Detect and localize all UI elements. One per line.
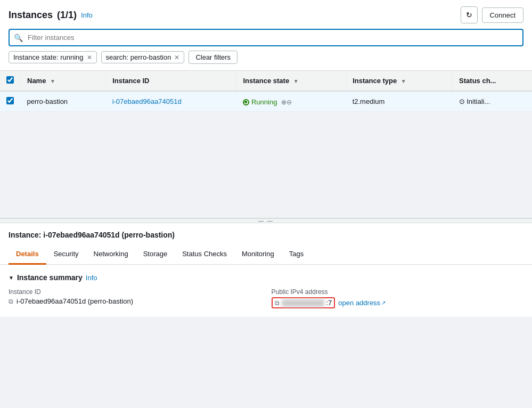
refresh-icon: ↻ (466, 11, 472, 19)
public-ip-label: Public IPv4 address (272, 288, 524, 296)
select-all-checkbox[interactable] (6, 76, 14, 84)
name-sort-icon: ▼ (50, 78, 55, 84)
instance-id-detail-value: i-07ebaed96aa74051d (perro-bastion) (17, 297, 133, 305)
tab-storage[interactable]: Storage (136, 244, 175, 265)
section-info-link[interactable]: Info (86, 274, 97, 282)
col-name: Name ▼ (21, 71, 106, 91)
filter-tag-search-remove[interactable]: ✕ (174, 54, 179, 61)
zoom-icons: ⊕⊖ (281, 99, 292, 106)
instance-id-label: Instance ID (9, 288, 261, 296)
search-icon: 🔍 (14, 34, 23, 42)
tab-security[interactable]: Security (46, 244, 86, 265)
instance-count: (1/1) (57, 10, 77, 21)
col-status-check: Status ch... (453, 71, 532, 91)
connect-button[interactable]: Connect (482, 7, 523, 23)
page-title: Instances (9, 10, 53, 21)
tab-networking[interactable]: Networking (86, 244, 136, 265)
tab-status-checks[interactable]: Status Checks (175, 244, 234, 265)
instance-id-link[interactable]: i-07ebaed96aa74051d (112, 97, 182, 105)
open-address-link[interactable]: open address ↗ (338, 299, 386, 307)
clear-filters-button[interactable]: Clear filters (189, 51, 238, 64)
row-checkbox[interactable] (6, 97, 14, 104)
cell-status-check: ⊙ Initiali... (453, 91, 532, 112)
copy-ip-icon[interactable]: ⧉ (275, 299, 280, 307)
status-check-icon: ⊙ (459, 97, 465, 105)
cell-name: perro-bastion (21, 91, 106, 112)
search-input[interactable] (9, 29, 523, 46)
info-link[interactable]: Info (81, 11, 93, 19)
empty-table-area (0, 112, 532, 218)
running-state-icon (243, 99, 249, 105)
cell-instance-state: Running ⊕⊖ (236, 91, 346, 112)
field-instance-id: Instance ID ⧉ i-07ebaed96aa74051d (perro… (9, 288, 261, 308)
refresh-button[interactable]: ↻ (461, 6, 478, 23)
cell-instance-type: t2.medium (346, 91, 453, 112)
type-sort-icon: ▼ (401, 78, 406, 84)
public-ip-box: ⧉ :7 (272, 297, 335, 308)
detail-tabs: Details Security Networking Storage Stat… (0, 244, 532, 265)
detail-header: Instance: i-07ebaed96aa74051d (perro-bas… (0, 223, 532, 239)
tab-tags[interactable]: Tags (282, 244, 311, 265)
running-state-label: Running (251, 98, 277, 106)
cell-instance-id: i-07ebaed96aa74051d (106, 91, 236, 112)
table-row[interactable]: perro-bastion i-07ebaed96aa74051d Runnin… (0, 91, 532, 112)
filter-tag-search: search: perro-bastion ✕ (101, 51, 185, 63)
state-sort-icon: ▼ (293, 78, 299, 84)
ip-suffix: :7 (326, 299, 332, 307)
ip-blurred (282, 299, 324, 307)
resize-handle[interactable]: — — (0, 219, 532, 223)
tab-monitoring[interactable]: Monitoring (234, 244, 282, 265)
field-public-ip: Public IPv4 address ⧉ :7 open address ↗ (272, 288, 524, 308)
copy-instance-id-icon[interactable]: ⧉ (9, 298, 13, 305)
resize-indicator: — — (258, 218, 274, 224)
external-link-icon: ↗ (381, 300, 386, 306)
col-instance-type: Instance type ▼ (346, 71, 453, 91)
filter-tag-state-remove[interactable]: ✕ (87, 54, 92, 61)
tab-details[interactable]: Details (9, 244, 46, 265)
filter-tag-state-label: Instance state: running (13, 53, 84, 61)
filter-tag-search-label: search: perro-bastion (106, 53, 171, 61)
section-title: Instance summary (17, 273, 83, 282)
col-instance-state: Instance state ▼ (236, 71, 346, 91)
filter-tag-state: Instance state: running ✕ (9, 51, 97, 63)
section-toggle-icon[interactable]: ▼ (9, 275, 14, 281)
col-instance-id: Instance ID (106, 71, 236, 91)
